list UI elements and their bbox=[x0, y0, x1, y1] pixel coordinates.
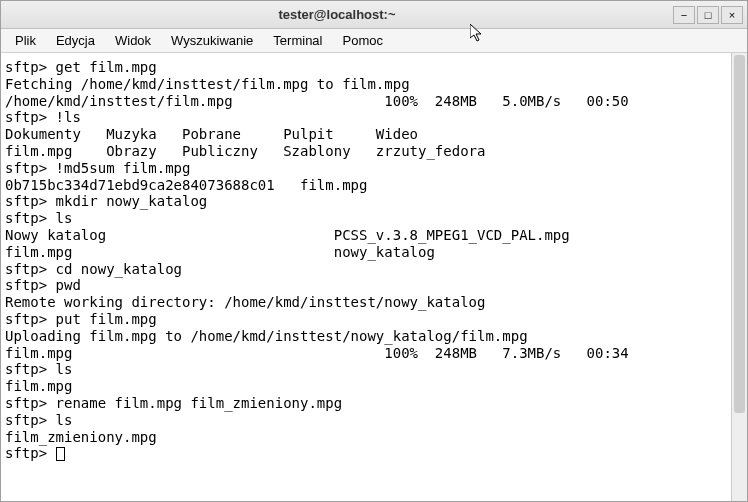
terminal-line: /home/kmd/insttest/film.mpg 100% 248MB 5… bbox=[5, 93, 727, 110]
terminal-line: film_zmieniony.mpg bbox=[5, 429, 727, 446]
terminal-line: sftp> put film.mpg bbox=[5, 311, 727, 328]
terminal-line: sftp> ls bbox=[5, 210, 727, 227]
scroll-thumb[interactable] bbox=[734, 55, 745, 413]
terminal-window: tester@localhost:~ − □ × Plik Edycja Wid… bbox=[0, 0, 748, 502]
terminal-line: Remote working directory: /home/kmd/inst… bbox=[5, 294, 727, 311]
terminal-line: sftp> ls bbox=[5, 412, 727, 429]
menu-help[interactable]: Pomoc bbox=[332, 30, 392, 51]
titlebar[interactable]: tester@localhost:~ − □ × bbox=[1, 1, 747, 29]
window-title: tester@localhost:~ bbox=[1, 7, 673, 22]
terminal-line: sftp> rename film.mpg film_zmieniony.mpg bbox=[5, 395, 727, 412]
menu-edit[interactable]: Edycja bbox=[46, 30, 105, 51]
minimize-button[interactable]: − bbox=[673, 6, 695, 24]
terminal-line: sftp> !ls bbox=[5, 109, 727, 126]
terminal-area: sftp> get film.mpgFetching /home/kmd/ins… bbox=[1, 53, 747, 501]
maximize-button[interactable]: □ bbox=[697, 6, 719, 24]
terminal-line: sftp> get film.mpg bbox=[5, 59, 727, 76]
terminal-line: Uploading film.mpg to /home/kmd/insttest… bbox=[5, 328, 727, 345]
close-button[interactable]: × bbox=[721, 6, 743, 24]
terminal-line: film.mpg Obrazy Publiczny Szablony zrzut… bbox=[5, 143, 727, 160]
menubar: Plik Edycja Widok Wyszukiwanie Terminal … bbox=[1, 29, 747, 53]
terminal-line: Nowy katalog PCSS_v.3.8_MPEG1_VCD_PAL.mp… bbox=[5, 227, 727, 244]
terminal-line: sftp> cd nowy_katalog bbox=[5, 261, 727, 278]
terminal-content[interactable]: sftp> get film.mpgFetching /home/kmd/ins… bbox=[1, 53, 731, 501]
terminal-line: sftp> pwd bbox=[5, 277, 727, 294]
terminal-line: sftp> ls bbox=[5, 361, 727, 378]
menu-terminal[interactable]: Terminal bbox=[263, 30, 332, 51]
terminal-line: film.mpg nowy_katalog bbox=[5, 244, 727, 261]
menu-view[interactable]: Widok bbox=[105, 30, 161, 51]
window-controls: − □ × bbox=[673, 6, 747, 24]
menu-search[interactable]: Wyszukiwanie bbox=[161, 30, 263, 51]
terminal-line: Fetching /home/kmd/insttest/film.mpg to … bbox=[5, 76, 727, 93]
terminal-line: sftp> mkdir nowy_katalog bbox=[5, 193, 727, 210]
scrollbar[interactable] bbox=[731, 53, 747, 501]
terminal-prompt-line: sftp> bbox=[5, 445, 727, 462]
terminal-line: 0b715bc334d71ebd9ca2e84073688c01 film.mp… bbox=[5, 177, 727, 194]
terminal-cursor bbox=[56, 447, 65, 461]
terminal-line: film.mpg bbox=[5, 378, 727, 395]
terminal-line: Dokumenty Muzyka Pobrane Pulpit Wideo bbox=[5, 126, 727, 143]
terminal-line: film.mpg 100% 248MB 7.3MB/s 00:34 bbox=[5, 345, 727, 362]
menu-file[interactable]: Plik bbox=[5, 30, 46, 51]
terminal-line: sftp> !md5sum film.mpg bbox=[5, 160, 727, 177]
